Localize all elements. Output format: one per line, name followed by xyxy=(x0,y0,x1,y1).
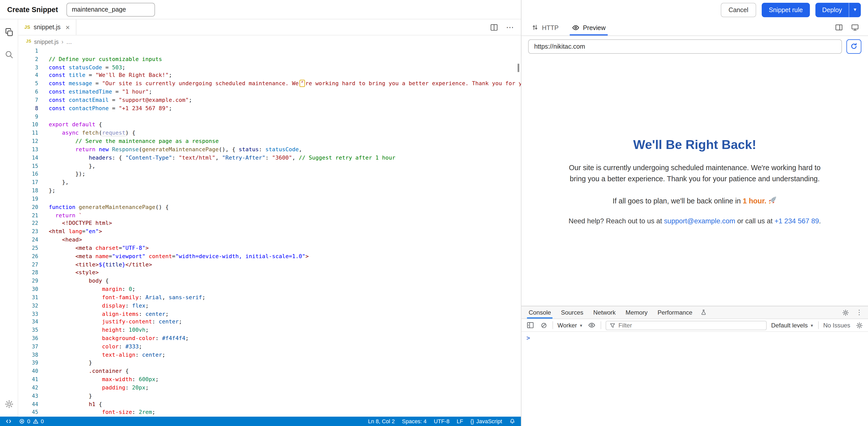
filter-input[interactable] xyxy=(618,322,763,329)
tab-preview[interactable]: Preview xyxy=(565,20,612,35)
indentation[interactable]: Spaces: 4 xyxy=(402,418,427,424)
code-line[interactable]: 25 <meta charset="UTF-8"> xyxy=(19,244,521,253)
tab-snippet-js[interactable]: JS snippet.js × xyxy=(19,20,76,35)
snippets-icon[interactable] xyxy=(4,27,14,37)
code-line[interactable]: 11 async fetch(request) { xyxy=(19,129,521,138)
problems-indicator[interactable]: 0 0 xyxy=(19,418,44,424)
log-levels-selector[interactable]: Default levels ▼ xyxy=(771,322,814,329)
refresh-button[interactable] xyxy=(846,39,861,53)
code-line[interactable]: 6const estimatedTime = "1 hour"; xyxy=(19,88,521,96)
code-line[interactable]: 44 h1 { xyxy=(19,400,521,408)
code-line[interactable]: 13 return new Response(generateMaintenan… xyxy=(19,146,521,154)
code-line[interactable]: 16 }); xyxy=(19,170,521,179)
console-sidebar-icon[interactable] xyxy=(526,321,535,330)
code-line[interactable]: 12 // Serve the maintenance page as a re… xyxy=(19,137,521,146)
tab-http[interactable]: HTTP xyxy=(525,20,565,35)
columns-layout-icon[interactable] xyxy=(835,23,843,31)
code-line[interactable]: 33 align-items: center; xyxy=(19,310,521,318)
url-input[interactable] xyxy=(528,39,842,53)
code-line[interactable]: 30 margin: 0; xyxy=(19,285,521,294)
code-line[interactable]: 24 <head> xyxy=(19,236,521,244)
devtools-tab-network[interactable]: Network xyxy=(588,306,621,318)
line-number: 24 xyxy=(19,236,38,244)
console-settings-gear-icon[interactable] xyxy=(855,321,864,330)
code-line[interactable]: 19 xyxy=(19,195,521,203)
code-line[interactable]: 34 justify-content: center; xyxy=(19,318,521,326)
code-editor[interactable]: 12// Define your customizable inputs3con… xyxy=(19,47,521,417)
devtools-tab-console[interactable]: Console xyxy=(524,306,556,318)
code-line[interactable]: 38 text-align: center; xyxy=(19,351,521,360)
console-output[interactable]: > xyxy=(521,332,868,426)
code-line[interactable]: 1 xyxy=(19,47,521,55)
context-selector[interactable]: Worker ▼ xyxy=(557,322,583,329)
live-expression-eye-icon[interactable] xyxy=(587,321,596,330)
devtools-tab-sources[interactable]: Sources xyxy=(556,306,588,318)
device-toolbar-icon[interactable] xyxy=(851,23,859,31)
code-line[interactable]: 35 height: 100vh; xyxy=(19,326,521,335)
code-lines: 12// Define your customizable inputs3con… xyxy=(19,47,521,417)
code-line[interactable]: 22 <!DOCTYPE html> xyxy=(19,220,521,228)
page-title: Create Snippet xyxy=(7,5,58,13)
devtools-settings-gear-icon[interactable] xyxy=(842,309,849,316)
code-line[interactable]: 7const contactEmail = "support@example.c… xyxy=(19,96,521,105)
split-editor-icon[interactable] xyxy=(490,23,498,31)
code-line[interactable]: 45 font-size: 2rem; xyxy=(19,408,521,417)
code-line[interactable]: 20function generateMaintenancePage() { xyxy=(19,203,521,211)
code-line[interactable]: 41 max-width: 600px; xyxy=(19,376,521,384)
more-actions-icon[interactable]: ⋯ xyxy=(506,23,514,31)
code-line[interactable]: 17 }, xyxy=(19,178,521,187)
code-line[interactable]: 14 headers: { "Content-Type": "text/html… xyxy=(19,154,521,162)
snippet-rule-button[interactable]: Snippet rule xyxy=(762,2,810,17)
encoding[interactable]: UTF-8 xyxy=(434,418,450,424)
phone-link[interactable]: +1 234 567 89 xyxy=(775,217,819,225)
cancel-button[interactable]: Cancel xyxy=(721,2,756,17)
code-line[interactable]: 27 <title>${title}</title> xyxy=(19,261,521,269)
code-line[interactable]: 43 } xyxy=(19,392,521,400)
remote-indicator[interactable] xyxy=(5,418,11,424)
code-line[interactable]: 32 display: flex; xyxy=(19,302,521,310)
code-line[interactable]: 3const statusCode = 503; xyxy=(19,63,521,72)
cursor-position[interactable]: Ln 8, Col 2 xyxy=(368,418,395,424)
devtools-kebab-icon[interactable]: ⋮ xyxy=(856,309,863,316)
code-line[interactable]: 26 <meta name="viewport" content="width=… xyxy=(19,253,521,261)
gear-icon[interactable] xyxy=(4,399,14,409)
issues-counter[interactable]: No Issues xyxy=(823,322,850,329)
breadcrumb-more[interactable]: … xyxy=(66,38,72,45)
deploy-dropdown-caret[interactable]: ▼ xyxy=(848,2,861,17)
devtools-tab-performance[interactable]: Performance xyxy=(653,306,698,318)
snippet-name-input[interactable] xyxy=(66,2,155,17)
code-line[interactable]: 39 } xyxy=(19,359,521,368)
code-line[interactable]: 8const contactPhone = "+1 234 567 89"; xyxy=(19,105,521,113)
eol-sequence[interactable]: LF xyxy=(457,418,463,424)
code-line[interactable]: 21 return ` xyxy=(19,211,521,220)
code-line[interactable]: 2// Define your customizable inputs xyxy=(19,55,521,63)
notifications-bell[interactable] xyxy=(509,418,515,424)
code-line[interactable]: 28 <style> xyxy=(19,269,521,277)
breadcrumb[interactable]: JS snippet.js › … xyxy=(19,35,521,47)
console-prompt[interactable]: > xyxy=(526,335,530,342)
eta-value: 1 hour. xyxy=(743,197,767,205)
code-line[interactable]: 36 background-color: #f4f4f4; xyxy=(19,335,521,343)
code-line[interactable]: 5const message = "Our site is currently … xyxy=(19,80,521,88)
code-line[interactable]: 40 .container { xyxy=(19,368,521,376)
help-prefix: Need help? Reach out to us at xyxy=(568,217,664,225)
code-line[interactable]: 18}; xyxy=(19,187,521,195)
code-line[interactable]: 9 xyxy=(19,113,521,121)
experiments-flask-icon[interactable] xyxy=(698,306,710,318)
code-line[interactable]: 4const title = "We'll Be Right Back!"; xyxy=(19,72,521,80)
code-line[interactable]: 23<html lang="en"> xyxy=(19,228,521,236)
code-line[interactable]: 29 body { xyxy=(19,277,521,285)
code-line[interactable]: 31 font-family: Arial, sans-serif; xyxy=(19,293,521,302)
close-icon[interactable]: × xyxy=(65,24,70,31)
search-icon[interactable] xyxy=(4,49,14,59)
email-link[interactable]: support@example.com xyxy=(664,217,735,225)
devtools-tab-memory[interactable]: Memory xyxy=(621,306,653,318)
deploy-button[interactable]: Deploy xyxy=(816,2,848,17)
code-line[interactable]: 37 color: #333; xyxy=(19,343,521,351)
clear-console-icon[interactable] xyxy=(539,321,548,330)
code-line[interactable]: 15 }, xyxy=(19,162,521,170)
code-line[interactable]: 42 padding: 20px; xyxy=(19,384,521,392)
language-mode[interactable]: {} JavaScript xyxy=(470,418,502,424)
code-line[interactable]: 10export default { xyxy=(19,121,521,129)
breadcrumb-file[interactable]: snippet.js xyxy=(34,38,58,45)
